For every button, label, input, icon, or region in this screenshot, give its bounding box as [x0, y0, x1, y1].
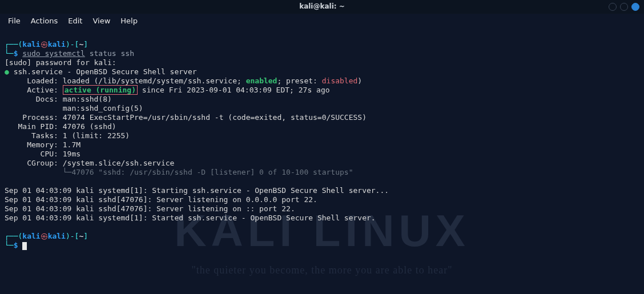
prompt-user: kali [22, 40, 40, 49]
menu-bar: File Actions Edit View Help [0, 14, 644, 29]
watermark-tagline: "the quieter you become, the more you ar… [191, 264, 452, 277]
window-controls [609, 3, 639, 11]
cpu-line: CPU: 19ms [5, 150, 80, 158]
process-line: Process: 47074 ExecStartPre=/usr/sbin/ss… [5, 113, 367, 122]
minimize-button[interactable] [609, 3, 617, 11]
sudo-password-line: [sudo] password for kali: [5, 58, 116, 67]
menu-edit[interactable]: Edit [68, 17, 82, 26]
loaded-label: Loaded: [5, 76, 63, 85]
active-running-highlight: active (running) [63, 85, 138, 95]
log-line-2: Sep 01 04:03:09 kali sshd[47076]: Server… [5, 195, 317, 204]
menu-help[interactable]: Help [120, 17, 138, 26]
prompt-symbol: $ [14, 49, 23, 58]
disabled-text: disabled [322, 76, 358, 85]
docs-label: Docs: [5, 95, 63, 103]
cursor-icon [22, 242, 27, 250]
menu-actions[interactable]: Actions [31, 17, 58, 26]
mainpid-line: Main PID: 47076 (sshd) [5, 122, 116, 131]
active-label: Active: [5, 86, 63, 94]
log-line-4c: . [371, 214, 376, 222]
log-line-3: Sep 01 04:03:09 kali sshd[47076]: Server… [5, 204, 295, 213]
cmd-sudo: sudo systemctl [22, 49, 85, 58]
bullet-icon: ● [5, 67, 9, 76]
prompt-line-1: ┌──( [5, 40, 22, 49]
prompt-host: kali [48, 40, 66, 49]
menu-view[interactable]: View [92, 17, 110, 26]
docs-2: man:sshd_config(5) [5, 104, 143, 112]
prompt2-line-1: ┌──( [5, 232, 22, 240]
cmd-args: status ssh [85, 49, 134, 58]
log-line-4b: ssh.service - OpenBSD Secure Shell serve… [188, 214, 371, 222]
prompt-line-2: └─ [5, 49, 14, 58]
docs-1: man:sshd(8) [63, 95, 112, 103]
prompt-sep: ㉿ [41, 40, 48, 49]
window-title: kali@kali: ~ [299, 2, 345, 11]
active-since: since Fri 2023-09-01 04:03:09 EDT; 27s a… [138, 86, 330, 94]
terminal[interactable]: ┌──(kali㉿kali)-[~] └─$ sudo systemctl st… [0, 29, 644, 250]
tasks-line: Tasks: 1 (limit: 2255) [5, 131, 130, 140]
unit-line: ssh.service - OpenBSD Secure Shell serve… [14, 67, 197, 76]
close-button[interactable] [631, 3, 639, 11]
cgroup-line: CGroup: /system.slice/ssh.service [5, 159, 174, 167]
enabled-text: enabled [246, 76, 277, 85]
maximize-button[interactable] [620, 3, 628, 11]
log-line-4: Sep 01 04:03:09 kali systemd[1]: Started [5, 214, 188, 222]
menu-file[interactable]: File [8, 17, 21, 26]
title-bar: kali@kali: ~ [0, 0, 644, 14]
log-line-1: Sep 01 04:03:09 kali systemd[1]: Startin… [5, 186, 389, 195]
cgroup-child: └─47076 "sshd: /usr/sbin/sshd -D [listen… [5, 168, 353, 176]
prompt2-line-2: └─ [5, 241, 14, 249]
memory-line: Memory: 1.7M [5, 140, 80, 149]
loaded-value: loaded (/lib/systemd/system/ssh.service; [63, 76, 246, 85]
